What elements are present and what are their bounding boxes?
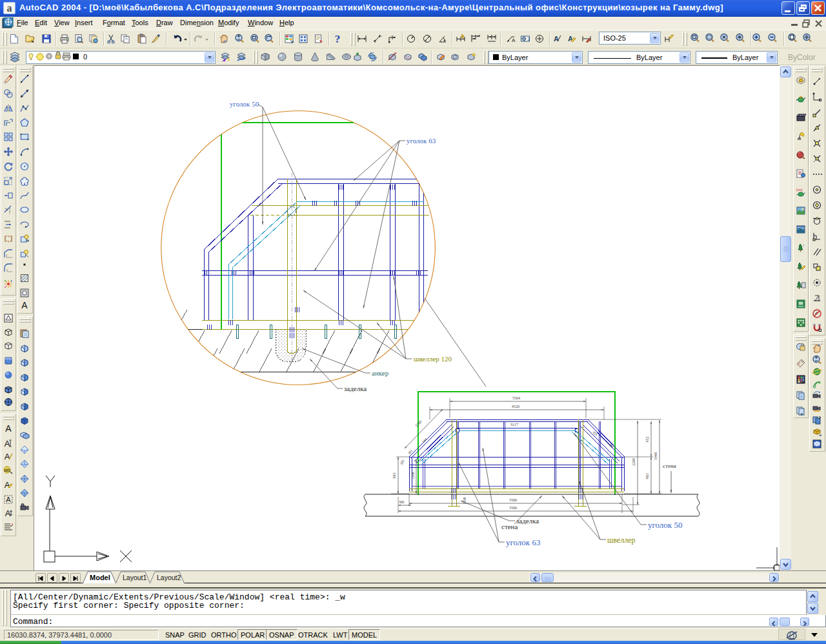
- svg-text:Layout1: Layout1: [123, 574, 147, 581]
- svg-text:300: 300: [399, 500, 405, 504]
- svg-text:стена: стена: [501, 523, 518, 530]
- svg-text:стена: стена: [663, 463, 676, 469]
- svg-text:2280: 2280: [632, 458, 636, 466]
- svg-text:уголок 63: уголок 63: [506, 538, 540, 547]
- svg-text:1108: 1108: [411, 472, 415, 479]
- svg-text:426: 426: [592, 430, 598, 437]
- svg-text:швеллер 120: швеллер 120: [414, 355, 452, 363]
- svg-text:5500: 5500: [509, 506, 517, 510]
- svg-text:383: 383: [407, 448, 414, 455]
- svg-text:5500: 5500: [509, 498, 517, 502]
- svg-text:2240: 2240: [414, 419, 423, 428]
- svg-text:1948: 1948: [654, 452, 658, 460]
- svg-text:983: 983: [645, 474, 649, 479]
- svg-text:Layout2: Layout2: [157, 574, 181, 581]
- svg-text:4520: 4520: [512, 405, 519, 408]
- svg-text:392: 392: [399, 459, 405, 465]
- svg-text:анкер: анкер: [372, 369, 389, 377]
- svg-text:заделка: заделка: [516, 517, 539, 525]
- svg-text:0: 0: [83, 53, 87, 61]
- svg-text:Model: Model: [90, 574, 110, 581]
- svg-text:5504: 5504: [512, 396, 520, 400]
- svg-text:3117: 3117: [510, 423, 518, 427]
- svg-text:швеллер: швеллер: [607, 536, 635, 545]
- svg-text:382: 382: [608, 443, 614, 449]
- svg-text:заделка: заделка: [344, 385, 367, 392]
- svg-text:952: 952: [645, 437, 649, 443]
- svg-text:уголок 50: уголок 50: [230, 100, 259, 108]
- svg-text:уголок 63: уголок 63: [407, 137, 436, 145]
- svg-text:уголок 50: уголок 50: [648, 520, 682, 530]
- svg-text:983: 983: [392, 473, 396, 479]
